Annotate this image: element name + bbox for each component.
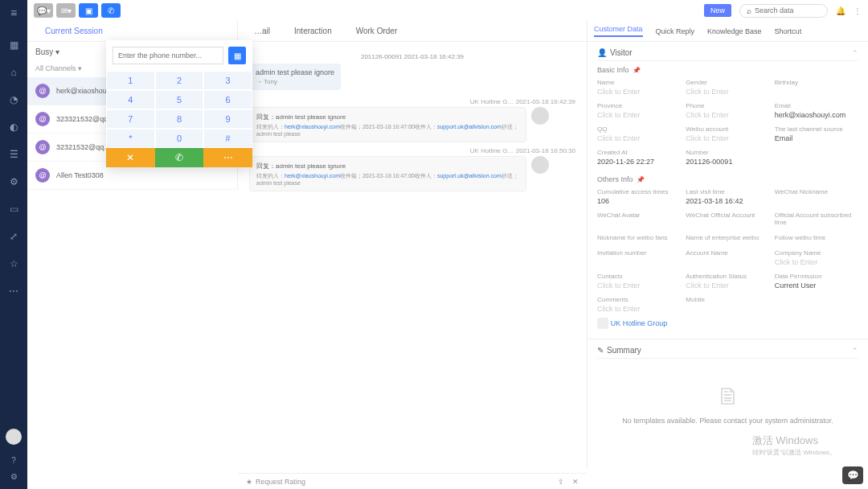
info-field[interactable]: WeChat Official Account — [686, 212, 769, 228]
tab-knowledge-base[interactable]: Knowledge Base — [707, 27, 762, 35]
nav-more-icon[interactable]: ⋯ — [9, 286, 18, 297]
nav-clock-icon[interactable]: ◔ — [10, 94, 18, 105]
info-field[interactable]: Number201126-00091 — [686, 149, 769, 166]
info-field[interactable]: WeChat Avatar — [597, 212, 681, 228]
visitor-header[interactable]: 👤 Visitor ⌃ — [597, 45, 858, 61]
key-8[interactable]: 8 — [155, 109, 204, 129]
chevron-up-icon[interactable]: ⌃ — [852, 49, 858, 57]
key-3[interactable]: 3 — [203, 71, 252, 90]
chat-bubble-button[interactable]: 💬 — [842, 466, 863, 484]
info-field[interactable]: GenderClick to Enter — [686, 79, 769, 96]
field-value[interactable]: Click to Enter — [686, 88, 769, 96]
field-value[interactable]: Click to Enter — [686, 281, 769, 290]
new-button[interactable]: New — [704, 4, 731, 17]
info-field[interactable]: Data PermissionCurrent User — [775, 273, 858, 290]
info-field[interactable]: CommentsClick to Enter — [597, 296, 681, 313]
search-input[interactable] — [755, 6, 819, 14]
hotline-link[interactable]: UK Hotline Group — [611, 319, 668, 327]
field-value[interactable]: Click to Enter — [686, 111, 769, 119]
bell-icon[interactable]: 🔔 — [836, 6, 845, 15]
star-icon[interactable]: ★ — [246, 478, 252, 486]
field-value[interactable]: Click to Enter — [686, 134, 769, 142]
nav-moon-icon[interactable]: ◐ — [10, 121, 18, 133]
info-field[interactable]: Last visit time2021-03-18 16:42 — [686, 188, 769, 205]
field-value[interactable]: herk@xiaoshouyi.com — [775, 111, 858, 119]
pin-icon[interactable]: 📌 — [633, 67, 641, 74]
field-value[interactable]: Current User — [775, 281, 858, 290]
info-field[interactable]: Mobile — [686, 296, 769, 313]
info-field[interactable]: Company NameClick to Enter — [775, 249, 858, 266]
key-2[interactable]: 2 — [155, 71, 204, 90]
nav-chart-icon[interactable]: ▭ — [10, 203, 18, 215]
overflow-icon[interactable]: ⋮ — [854, 6, 862, 15]
key-9[interactable]: 9 — [203, 109, 252, 129]
close-chat-icon[interactable]: ✕ — [572, 478, 579, 486]
help-icon[interactable]: ? — [11, 456, 16, 465]
info-field[interactable]: ProvinceClick to Enter — [597, 102, 681, 119]
info-field[interactable] — [775, 149, 858, 166]
request-rating-button[interactable]: Request Rating — [256, 478, 305, 486]
field-value[interactable]: Click to Enter — [775, 258, 858, 266]
info-field[interactable]: Authentication StatusClick to Enter — [686, 273, 769, 290]
key-4[interactable]: 4 — [106, 90, 155, 109]
tab-work-order[interactable]: Work Order — [356, 27, 398, 35]
key-7[interactable]: 7 — [106, 109, 155, 129]
dialpad-more-button[interactable]: ⋯ — [203, 148, 252, 167]
tab-shortcut[interactable]: Shortcut — [775, 27, 802, 35]
nav-gear-icon[interactable]: ⚙ — [10, 176, 18, 187]
field-value[interactable]: 2021-03-18 16:42 — [686, 197, 769, 205]
menu-icon[interactable]: ≡ — [10, 6, 17, 19]
phone-button[interactable]: ✆ — [101, 3, 121, 18]
agent-status-dropdown[interactable]: Busy ▾ — [35, 47, 59, 56]
tab-detail[interactable]: …ail — [254, 27, 270, 35]
share-icon[interactable]: ⇪ — [558, 478, 564, 486]
field-value[interactable]: Click to Enter — [597, 111, 681, 119]
video-button[interactable]: ▣ — [79, 3, 98, 18]
user-avatar[interactable] — [6, 429, 22, 445]
field-value[interactable]: Click to Enter — [597, 281, 681, 290]
info-field[interactable]: Emailherk@xiaoshouyi.com — [775, 102, 858, 119]
phone-input[interactable] — [113, 47, 223, 64]
search-box[interactable]: ⌕ — [739, 4, 828, 18]
key-0[interactable]: 0 — [155, 129, 204, 148]
nav-chart2-icon[interactable]: ⤢ — [10, 231, 18, 242]
info-field[interactable]: Name of enterprise weibo — [686, 234, 769, 243]
info-field[interactable]: Nickname for weibo fans — [597, 234, 681, 243]
tab-current-session[interactable]: Current Session — [35, 27, 113, 35]
field-value[interactable]: Click to Enter — [597, 305, 681, 313]
key-6[interactable]: 6 — [203, 90, 252, 109]
info-field[interactable]: Account Name — [686, 249, 769, 266]
chat-dropdown-button[interactable]: 💬▾ — [34, 3, 53, 18]
tab-interaction[interactable]: Interaction — [294, 27, 332, 35]
dialpad-call-button[interactable]: ✆ — [155, 148, 204, 167]
key-5[interactable]: 5 — [155, 90, 204, 109]
tab-customer-data[interactable]: Customer Data — [594, 25, 643, 37]
info-field[interactable]: The last channel sourceEmail — [775, 125, 858, 142]
info-field[interactable] — [775, 296, 858, 313]
info-field[interactable]: Weibo accountClick to Enter — [686, 125, 769, 142]
nav-doc-icon[interactable]: ☰ — [10, 149, 18, 160]
key-1[interactable]: 1 — [106, 71, 155, 90]
info-field[interactable]: Follow weibo time — [775, 234, 858, 243]
key-#[interactable]: # — [203, 129, 252, 148]
dialpad-cancel-button[interactable]: ✕ — [106, 148, 155, 167]
nav-apps-icon[interactable]: ▦ — [10, 39, 18, 51]
chevron-up-icon[interactable]: ⌃ — [852, 347, 858, 355]
mail-dropdown-button[interactable]: ✉▾ — [56, 3, 76, 18]
info-field[interactable]: Cumulative access times106 — [597, 188, 681, 205]
field-value[interactable]: Click to Enter — [597, 134, 681, 142]
nav-home-icon[interactable]: ⌂ — [10, 67, 16, 78]
nav-star-icon[interactable]: ☆ — [10, 258, 18, 269]
info-field[interactable]: Official Account subscribed time — [775, 212, 858, 228]
info-field[interactable]: Birthday — [775, 79, 858, 96]
field-value[interactable]: 201126-00091 — [686, 158, 769, 166]
tab-quick-reply[interactable]: Quick Reply — [656, 27, 695, 35]
info-field[interactable]: NameClick to Enter — [597, 79, 681, 96]
info-field[interactable]: PhoneClick to Enter — [686, 102, 769, 119]
field-value[interactable]: 106 — [597, 197, 681, 205]
contacts-button[interactable]: ▦ — [228, 47, 246, 64]
info-field[interactable]: WeChat Nickname — [775, 188, 858, 205]
info-field[interactable]: Invitation number — [597, 249, 681, 266]
info-field[interactable]: ContactsClick to Enter — [597, 273, 681, 290]
settings-icon[interactable]: ⚙ — [10, 472, 18, 481]
